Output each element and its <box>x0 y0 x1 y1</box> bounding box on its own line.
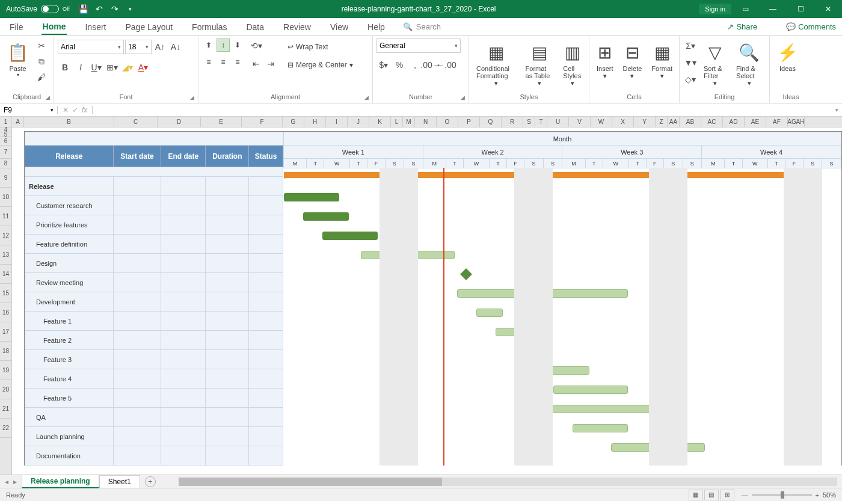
zoom-out-icon[interactable]: — <box>742 491 748 499</box>
task-data-cell[interactable] <box>249 215 283 235</box>
zoom-slider[interactable] <box>752 494 812 496</box>
gantt-bar[interactable] <box>515 347 551 355</box>
task-data-cell[interactable] <box>161 331 206 350</box>
task-data-cell[interactable] <box>113 427 161 446</box>
gantt-bar[interactable] <box>361 251 455 259</box>
insert-cells-button[interactable]: ⊞Insert▾ <box>593 38 617 81</box>
col-header[interactable]: E <box>201 117 242 127</box>
row-header[interactable]: 14 <box>0 265 11 284</box>
col-header[interactable]: AF <box>766 117 788 127</box>
font-color-icon[interactable]: A▾ <box>136 60 150 75</box>
gantt-bar[interactable] <box>457 289 628 298</box>
task-data-cell[interactable] <box>113 446 161 466</box>
qat-customize-icon[interactable]: ▾ <box>123 1 138 17</box>
cell-styles-button[interactable]: ▥Cell Styles▾ <box>559 38 585 88</box>
gantt-bar[interactable] <box>573 424 628 432</box>
align-top-icon[interactable]: ⬆ <box>202 38 215 52</box>
task-data-cell[interactable] <box>161 446 206 466</box>
col-header[interactable]: Q <box>480 117 502 127</box>
accounting-icon[interactable]: $▾ <box>376 58 391 72</box>
gantt-bar[interactable] <box>534 366 589 375</box>
col-header[interactable]: I <box>326 117 348 127</box>
task-name-cell[interactable]: Feature 3 <box>25 350 114 369</box>
col-header[interactable]: X <box>612 117 634 127</box>
row-header[interactable]: 7 <box>0 146 11 159</box>
gantt-bar[interactable] <box>611 443 705 452</box>
conditional-formatting-button[interactable]: ▦Conditional Formatting▾ <box>473 38 520 88</box>
minimize-icon[interactable]: — <box>759 0 787 18</box>
task-data-cell[interactable] <box>206 369 249 389</box>
number-format-combo[interactable]: General▾ <box>376 38 461 53</box>
task-data-cell[interactable] <box>113 273 161 292</box>
col-header[interactable]: AA <box>668 117 680 127</box>
col-header[interactable]: M <box>403 117 415 127</box>
font-name-combo[interactable]: Arial▾ <box>58 40 124 54</box>
task-data-cell[interactable] <box>206 350 249 369</box>
row-header[interactable]: 22 <box>0 419 11 438</box>
gantt-bar[interactable] <box>476 309 503 317</box>
task-data-cell[interactable] <box>206 273 249 292</box>
increase-indent-icon[interactable]: ⇥ <box>263 57 278 71</box>
align-right-icon[interactable]: ≡ <box>231 55 244 69</box>
fill-color-icon[interactable]: ◢▾ <box>120 60 135 75</box>
tab-home[interactable]: Home <box>41 19 67 35</box>
task-data-cell[interactable] <box>249 427 283 446</box>
decrease-indent-icon[interactable]: ⇤ <box>249 57 263 71</box>
milestone-marker[interactable] <box>460 268 472 280</box>
italic-button[interactable]: I <box>73 60 88 75</box>
col-header[interactable]: J <box>348 117 369 127</box>
increase-font-icon[interactable]: A↑ <box>153 40 167 54</box>
task-data-cell[interactable] <box>161 427 206 446</box>
decrease-decimal-icon[interactable]: ←.00 <box>439 58 453 72</box>
task-data-cell[interactable] <box>249 369 283 389</box>
decrease-font-icon[interactable]: A↓ <box>168 40 183 54</box>
autosum-icon[interactable]: Σ▾ <box>683 38 698 53</box>
task-data-cell[interactable] <box>249 350 283 369</box>
orientation-icon[interactable]: ⟲▾ <box>249 38 263 53</box>
task-data-cell[interactable] <box>161 235 206 254</box>
redo-icon[interactable]: ↷ <box>107 1 123 17</box>
task-data-cell[interactable] <box>249 254 283 273</box>
col-headers[interactable]: ABCDEFGHIJKLMNOPQRSTUVWXYZAAABACADAEAFAG… <box>12 117 842 128</box>
horizontal-scrollbar[interactable] <box>179 478 837 486</box>
zoom-level[interactable]: 50% <box>823 491 836 499</box>
task-data-cell[interactable] <box>113 292 161 312</box>
font-size-combo[interactable]: 18▾ <box>125 40 152 54</box>
col-header[interactable]: V <box>569 117 591 127</box>
col-header[interactable]: AB <box>680 117 701 127</box>
format-as-table-button[interactable]: ▤Format as Table▾ <box>522 38 558 88</box>
view-page-layout-icon[interactable]: ▤ <box>704 490 719 500</box>
task-data-cell[interactable] <box>249 235 283 254</box>
row-header[interactable]: 20 <box>0 380 11 399</box>
row-header[interactable]: 8 <box>0 159 11 168</box>
col-header[interactable]: F <box>242 117 283 127</box>
fx-icon[interactable]: fx <box>82 106 87 114</box>
row-header[interactable]: 19 <box>0 361 11 380</box>
wrap-text-button[interactable]: ↩Wrap Text <box>284 38 357 55</box>
task-data-cell[interactable] <box>249 312 283 331</box>
task-name-cell[interactable]: Design <box>25 254 114 273</box>
col-header[interactable]: AC <box>701 117 723 127</box>
tab-review[interactable]: Review <box>282 20 312 34</box>
task-name-cell[interactable]: Customer research <box>25 196 114 215</box>
task-data-cell[interactable] <box>249 196 283 215</box>
row-header[interactable]: 21 <box>0 399 11 419</box>
add-sheet-icon[interactable]: + <box>145 476 156 487</box>
row-header[interactable]: 5 <box>0 132 11 137</box>
tab-data[interactable]: Data <box>245 20 265 34</box>
signin-button[interactable]: Sign in <box>699 4 731 14</box>
task-data-cell[interactable] <box>206 427 249 446</box>
clipboard-launcher-icon[interactable]: ◢ <box>46 94 50 100</box>
col-header[interactable]: AD <box>723 117 745 127</box>
task-data-cell[interactable] <box>249 273 283 292</box>
row-header[interactable]: 17 <box>0 322 11 342</box>
cancel-formula-icon[interactable]: ✕ <box>63 106 69 114</box>
format-painter-icon[interactable]: 🖌 <box>34 70 49 84</box>
col-header[interactable]: G <box>283 117 304 127</box>
task-data-cell[interactable] <box>161 177 206 196</box>
search-box[interactable]: 🔍 Search <box>403 22 441 31</box>
copy-icon[interactable]: ⧉ <box>34 54 49 69</box>
borders-icon[interactable]: ⊞▾ <box>105 60 119 75</box>
col-header[interactable]: Y <box>634 117 656 127</box>
name-box[interactable]: F9▾ <box>0 106 58 114</box>
